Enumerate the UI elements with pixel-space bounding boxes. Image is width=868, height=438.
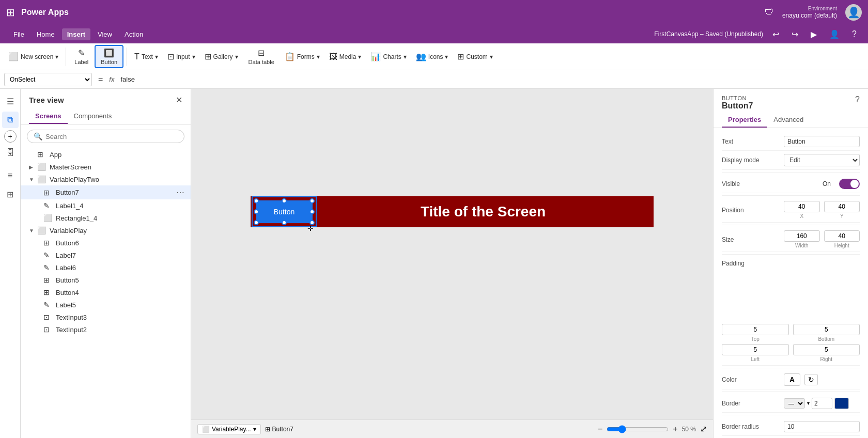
right-type-name: BUTTON Button7 <box>722 95 753 111</box>
menu-action[interactable]: Action <box>119 28 148 40</box>
menu-view[interactable]: View <box>92 28 117 40</box>
canvas-area[interactable]: Button ✛ Title of the <box>191 89 713 438</box>
button7-selected-container[interactable]: Button ✛ <box>256 200 313 223</box>
handle-mr[interactable] <box>309 209 315 214</box>
variables-icon[interactable]: ≡ <box>2 167 19 184</box>
position-x-input[interactable] <box>784 201 820 212</box>
expand-arrow-vpt: ▼ <box>29 177 35 182</box>
displaymode-select[interactable]: Edit <box>784 154 860 166</box>
size-height-input[interactable] <box>824 230 860 242</box>
help-icon[interactable]: ? <box>849 28 860 40</box>
ribbon-charts[interactable]: 📊 Charts ▾ <box>366 49 410 65</box>
tree-item-app[interactable]: ⊞ App <box>21 148 191 161</box>
tab-properties[interactable]: Properties <box>722 113 767 128</box>
tree-item-textinput3[interactable]: ⊡ TextInput3 <box>21 311 191 323</box>
handle-tl[interactable] <box>254 198 259 204</box>
chevron-down-icon-media: ▾ <box>358 53 361 60</box>
tree-item-button6[interactable]: ⊞ Button6 <box>21 237 191 249</box>
border-radius-input[interactable] <box>784 421 860 432</box>
avatar[interactable]: 👤 <box>845 4 862 21</box>
redo-icon[interactable]: ↪ <box>788 28 801 40</box>
screen-selector[interactable]: ⬜ VariablePlay... ▾ <box>197 424 261 434</box>
ribbon-custom[interactable]: ⊞ Custom ▾ <box>453 49 497 65</box>
position-y-input[interactable] <box>824 201 860 212</box>
tree-item-label7[interactable]: ✎ Label7 <box>21 249 191 261</box>
zoom-out-button[interactable]: − <box>598 425 602 434</box>
property-selector[interactable]: OnSelect <box>4 73 92 86</box>
handle-br[interactable] <box>309 220 315 225</box>
color-text-preview[interactable]: A <box>784 373 800 386</box>
size-width-input[interactable] <box>784 230 820 242</box>
tab-components[interactable]: Components <box>68 109 118 124</box>
visible-toggle[interactable] <box>839 179 860 189</box>
zoom-slider[interactable] <box>607 425 669 433</box>
add-icon[interactable]: + <box>4 130 17 143</box>
ribbon: ⬜ New screen ▾ ✎ Label 🔲 Button T Text ▾… <box>0 43 868 70</box>
text-input[interactable] <box>784 136 860 147</box>
ribbon-new-screen[interactable]: ⬜ New screen ▾ <box>4 49 63 65</box>
ribbon-button[interactable]: 🔲 Button <box>95 45 123 68</box>
border-style-select[interactable]: — <box>784 398 805 409</box>
padding-left-input[interactable] <box>722 344 789 355</box>
tree-item-button4[interactable]: ⊞ Button4 <box>21 286 191 299</box>
padding-bottom-input[interactable] <box>793 324 860 335</box>
tree-item-label1_4[interactable]: ✎ Label1_4 <box>21 199 191 212</box>
handle-tm[interactable] <box>282 198 287 204</box>
hamburger-icon[interactable]: ☰ <box>2 93 19 110</box>
play-icon[interactable]: ▶ <box>808 28 820 40</box>
database-icon[interactable]: 🗄 <box>2 145 19 161</box>
border-color-box[interactable] <box>834 398 849 409</box>
textinput2-icon: ⊡ <box>43 325 54 334</box>
tab-screens[interactable]: Screens <box>29 109 68 124</box>
top-label: Top <box>722 336 789 342</box>
tree-item-label5[interactable]: ✎ Label5 <box>21 299 191 311</box>
ribbon-label[interactable]: ✎ Label <box>69 46 94 67</box>
help-button[interactable]: ? <box>855 95 860 104</box>
ribbon-gallery[interactable]: ⊞ Gallery ▾ <box>200 49 242 65</box>
tree-item-rectangle1_4[interactable]: ⬜ Rectangle1_4 <box>21 212 191 224</box>
handle-ml[interactable] <box>254 209 259 214</box>
size-grid: Width Height <box>784 230 860 248</box>
formula-input[interactable] <box>118 73 864 86</box>
app-title: Power Apps <box>21 8 765 17</box>
border-width-input[interactable] <box>812 398 832 409</box>
prop-label-size: Size <box>722 236 784 243</box>
prop-row-text: Text <box>722 132 860 151</box>
color-refresh-button[interactable]: ↻ <box>804 374 818 385</box>
undo-icon[interactable]: ↩ <box>769 28 782 40</box>
components-icon[interactable]: ⊞ <box>2 186 19 202</box>
handle-bm[interactable] <box>282 220 287 225</box>
ribbon-input[interactable]: ⊡ Input ▾ <box>163 49 199 65</box>
tree-item-variableplay[interactable]: ▼ ⬜ VariablePlay <box>21 224 191 237</box>
menu-insert[interactable]: Insert <box>62 28 90 40</box>
padding-top-input[interactable] <box>722 324 789 335</box>
menu-file[interactable]: File <box>8 28 29 40</box>
handle-bl[interactable] <box>254 220 259 225</box>
ribbon-forms[interactable]: 📋 Forms ▾ <box>281 49 324 65</box>
fullscreen-button[interactable]: ⤢ <box>700 424 707 434</box>
ribbon-icons[interactable]: 👥 Icons ▾ <box>412 49 453 65</box>
selected-button-indicator[interactable]: ⊞ Button7 <box>265 426 293 433</box>
ribbon-media[interactable]: 🖼 Media ▾ <box>325 49 366 65</box>
user-icon[interactable]: 👤 <box>826 28 843 40</box>
layers-icon[interactable]: ⧉ <box>2 112 19 128</box>
close-tree-button[interactable]: ✕ <box>176 95 182 105</box>
tree-item-button5[interactable]: ⊞ Button5 <box>21 274 191 286</box>
chevron-down-screen: ▾ <box>253 426 256 433</box>
menu-home[interactable]: Home <box>32 28 60 40</box>
tree-item-button7[interactable]: ⊞ Button7 ⋯ <box>21 185 191 199</box>
dots-menu-btn7[interactable]: ⋯ <box>176 187 184 197</box>
ribbon-datatable[interactable]: ⊟ Data table <box>243 46 280 67</box>
tree-item-textinput2[interactable]: ⊡ TextInput2 <box>21 323 191 336</box>
zoom-in-button[interactable]: + <box>673 425 677 434</box>
waffle-icon[interactable]: ⊞ <box>6 6 15 19</box>
handle-tr[interactable] <box>309 198 315 204</box>
ribbon-text[interactable]: T Text ▾ <box>130 49 162 65</box>
tree-item-variableplaytwo[interactable]: ▼ ⬜ VariablePlayTwo <box>21 173 191 185</box>
item-label-masterscreen: MasterScreen <box>50 163 184 171</box>
tree-item-masterscreen[interactable]: ▶ ⬜ MasterScreen <box>21 161 191 173</box>
tree-item-label6[interactable]: ✎ Label6 <box>21 261 191 274</box>
search-input[interactable] <box>45 133 178 140</box>
tab-advanced[interactable]: Advanced <box>767 113 810 128</box>
padding-right-input[interactable] <box>793 344 860 355</box>
